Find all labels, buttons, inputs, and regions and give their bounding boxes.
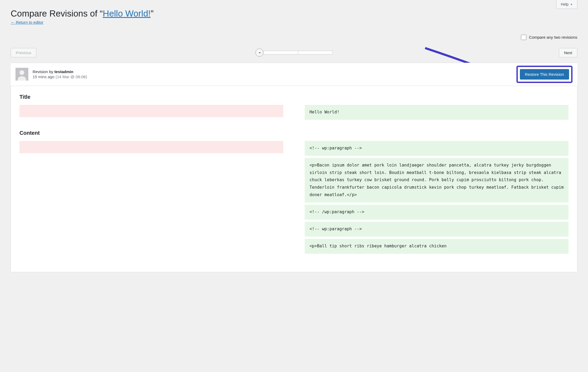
- restore-revision-button[interactable]: Restore This Revision: [520, 69, 569, 80]
- title-removed-block: [19, 105, 283, 117]
- help-tab[interactable]: Help ▼: [556, 0, 577, 9]
- slider-track[interactable]: [263, 51, 333, 54]
- chevron-down-icon: ▼: [570, 3, 573, 6]
- avatar: [15, 68, 28, 81]
- next-button[interactable]: Next: [559, 48, 577, 57]
- content-added-block: <!-- wp:paragraph -->: [305, 222, 569, 237]
- diff-title-heading: Title: [19, 94, 569, 100]
- content-added-block: <p>Ball tip short ribs ribeye hamburger …: [305, 239, 569, 254]
- content-removed-block: [19, 141, 283, 153]
- title-added-block: Hello World!: [305, 105, 569, 120]
- return-to-editor-link[interactable]: ← Return to editor: [11, 20, 44, 25]
- revision-by-line: Revision by testadmin: [33, 69, 87, 74]
- slider-handle-icon[interactable]: [256, 49, 264, 57]
- revision-author: testadmin: [54, 69, 73, 74]
- revision-time-line: 15 mins ago (14 Mar @ 08:08): [33, 74, 87, 79]
- content-added-block: <!-- /wp:paragraph -->: [305, 205, 569, 220]
- compare-any-checkbox[interactable]: [521, 35, 526, 40]
- revision-slider[interactable]: [256, 49, 333, 57]
- help-label: Help: [561, 2, 569, 6]
- restore-highlight: Restore This Revision: [516, 66, 573, 83]
- content-added-block: <p>Bacon ipsum dolor amet pork loin land…: [305, 158, 569, 203]
- previous-button[interactable]: Previous: [11, 48, 36, 57]
- page-title: Compare Revisions of “Hello World!”: [11, 8, 577, 19]
- svg-point-1: [19, 70, 24, 75]
- compare-any-label[interactable]: Compare any two revisions: [529, 35, 577, 39]
- diff-content-heading: Content: [19, 130, 569, 136]
- content-added-block: <!-- wp:paragraph -->: [305, 141, 569, 156]
- post-title-link[interactable]: Hello World!: [103, 9, 151, 18]
